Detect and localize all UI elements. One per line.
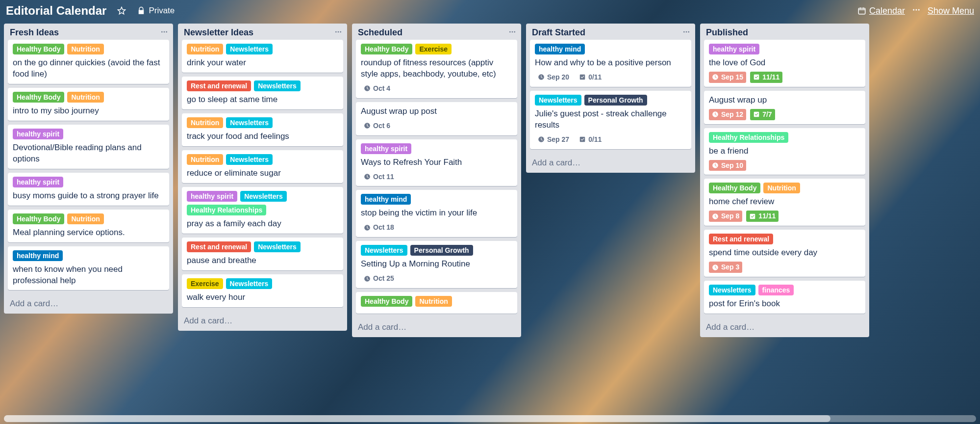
card[interactable]: ExerciseNewsletterswalk every hour <box>182 274 343 307</box>
card[interactable]: healthy spiritDevotional/Bible reading p… <box>8 125 169 169</box>
label[interactable]: finances <box>758 285 794 295</box>
card[interactable]: healthy spiritbusy moms guide to a stron… <box>8 173 169 206</box>
checklist-badge[interactable]: 0/11 <box>576 72 604 83</box>
label[interactable]: Newsletters <box>226 278 273 289</box>
label[interactable]: Rest and renewal <box>709 234 773 244</box>
label[interactable]: Newsletters <box>254 80 301 91</box>
board-title[interactable]: Editorial Calendar <box>6 4 106 18</box>
card[interactable]: Rest and renewalspend time outside every… <box>704 230 865 277</box>
due-badge[interactable]: Oct 18 <box>361 222 397 233</box>
label[interactable]: Newsletters <box>226 44 273 54</box>
label[interactable]: Nutrition <box>187 154 223 165</box>
label[interactable]: Healthy Body <box>361 296 412 307</box>
list-cards[interactable]: healthy spiritthe love of GodSep 1511/11… <box>700 40 869 318</box>
label[interactable]: Healthy Relationships <box>187 205 266 215</box>
card[interactable]: NutritionNewslettersreduce or eliminate … <box>182 150 343 183</box>
label[interactable]: Nutrition <box>67 92 103 103</box>
list-title[interactable]: Newsletter Ideas <box>184 27 334 38</box>
card[interactable]: Healthy Relationshipsbe a friendSep 10 <box>704 128 865 175</box>
due-badge[interactable]: Sep 27 <box>535 134 572 145</box>
list-title[interactable]: Draft Started <box>532 27 682 38</box>
list-cards[interactable]: NutritionNewslettersdrink your waterRest… <box>178 40 347 312</box>
due-badge[interactable]: Sep 10 <box>709 160 746 171</box>
card[interactable]: NewslettersPersonal GrowthSetting Up a M… <box>356 241 517 288</box>
checklist-badge[interactable]: 11/11 <box>750 72 782 83</box>
add-card-button[interactable]: Add a card… <box>4 295 173 314</box>
label[interactable]: Nutrition <box>187 44 223 54</box>
checklist-badge[interactable]: 0/11 <box>576 134 604 145</box>
label[interactable]: Newsletters <box>709 285 755 295</box>
calendar-link[interactable]: Calendar <box>857 6 905 16</box>
label[interactable]: healthy spirit <box>709 44 759 54</box>
card[interactable]: healthy mindstop being the victim in you… <box>356 190 517 237</box>
label[interactable]: Nutrition <box>67 44 103 54</box>
label[interactable]: Newsletters <box>361 245 407 256</box>
card[interactable]: healthy mindHow and why to be a positive… <box>530 40 691 87</box>
label[interactable]: Newsletters <box>254 241 301 252</box>
card[interactable]: Rest and renewalNewslettersgo to sleep a… <box>182 77 343 109</box>
label[interactable]: Nutrition <box>763 183 800 193</box>
label[interactable]: healthy spirit <box>13 129 63 139</box>
privacy-button[interactable]: Private <box>133 4 178 18</box>
label[interactable]: Newsletters <box>535 95 581 106</box>
list-cards[interactable]: Healthy BodyNutritionon the go dinner qu… <box>4 40 173 295</box>
add-card-button[interactable]: Add a card… <box>352 318 521 337</box>
add-card-button[interactable]: Add a card… <box>178 312 347 331</box>
card[interactable]: Rest and renewalNewsletterspause and bre… <box>182 238 343 270</box>
card[interactable]: Healthy BodyNutritionMeal planning servi… <box>8 210 169 242</box>
add-card-button[interactable]: Add a card… <box>526 154 695 173</box>
label[interactable]: Healthy Body <box>361 44 412 54</box>
due-badge[interactable]: Oct 4 <box>361 83 393 94</box>
label[interactable]: Newsletters <box>226 154 273 165</box>
label[interactable]: healthy mind <box>535 44 585 54</box>
star-button[interactable] <box>113 4 130 17</box>
due-badge[interactable]: Sep 20 <box>535 72 572 83</box>
card[interactable]: Healthy BodyExerciseroundup of fitness r… <box>356 40 517 98</box>
list-cards[interactable]: healthy mindHow and why to be a positive… <box>526 40 695 154</box>
due-badge[interactable]: Oct 25 <box>361 273 397 284</box>
list-title[interactable]: Fresh Ideas <box>10 27 160 38</box>
card[interactable]: healthy spiritWays to Refresh Your Faith… <box>356 139 517 186</box>
label[interactable]: healthy spirit <box>187 191 237 202</box>
card[interactable]: Healthy BodyNutritionon the go dinner qu… <box>8 40 169 84</box>
due-badge[interactable]: Sep 3 <box>709 262 742 273</box>
list-menu-button[interactable] <box>160 28 168 38</box>
list-menu-button[interactable] <box>508 28 516 38</box>
label[interactable]: Exercise <box>187 278 223 289</box>
label[interactable]: Healthy Relationships <box>709 132 788 143</box>
label[interactable]: Healthy Body <box>709 183 760 193</box>
card[interactable]: Healthy BodyNutritionintro to my sibo jo… <box>8 88 169 121</box>
label[interactable]: healthy spirit <box>13 177 63 187</box>
checklist-badge[interactable]: 11/11 <box>746 211 779 222</box>
card[interactable]: Healthy BodyNutrition <box>356 292 517 314</box>
card[interactable]: August wrap upSep 127/7 <box>704 91 865 124</box>
list-menu-button[interactable] <box>334 28 342 38</box>
list-cards[interactable]: Healthy BodyExerciseroundup of fitness r… <box>352 40 521 318</box>
label[interactable]: Personal Growth <box>410 245 473 256</box>
due-badge[interactable]: Sep 15 <box>709 72 746 83</box>
list-title[interactable]: Scheduled <box>358 27 508 38</box>
label[interactable]: Newsletters <box>240 191 287 202</box>
label[interactable]: Nutrition <box>187 117 223 128</box>
label[interactable]: Healthy Body <box>13 213 64 224</box>
card[interactable]: NewslettersPersonal GrowthJulie's guest … <box>530 91 691 149</box>
add-card-button[interactable]: Add a card… <box>700 318 869 337</box>
label[interactable]: Rest and renewal <box>187 80 251 91</box>
card[interactable]: Newslettersfinancespost for Erin's book <box>704 281 865 314</box>
label[interactable]: Nutrition <box>415 296 452 307</box>
label[interactable]: Personal Growth <box>584 95 647 106</box>
label[interactable]: healthy spirit <box>361 143 411 154</box>
board-canvas[interactable]: Fresh IdeasHealthy BodyNutritionon the g… <box>0 22 980 424</box>
label[interactable]: Healthy Body <box>13 44 64 54</box>
due-badge[interactable]: Oct 6 <box>361 120 393 132</box>
card[interactable]: August wrap up postOct 6 <box>356 102 517 135</box>
label[interactable]: Healthy Body <box>13 92 64 103</box>
card[interactable]: healthy mindwhen to know when you need p… <box>8 246 169 291</box>
label[interactable]: healthy mind <box>361 194 411 205</box>
due-badge[interactable]: Oct 11 <box>361 171 397 183</box>
card[interactable]: Healthy BodyNutritionhome chef reviewSep… <box>704 179 865 226</box>
card[interactable]: healthy spiritNewslettersHealthy Relatio… <box>182 187 343 234</box>
horizontal-scrollbar[interactable] <box>4 415 976 422</box>
card[interactable]: NutritionNewslettersdrink your water <box>182 40 343 73</box>
checklist-badge[interactable]: 7/7 <box>750 109 775 120</box>
